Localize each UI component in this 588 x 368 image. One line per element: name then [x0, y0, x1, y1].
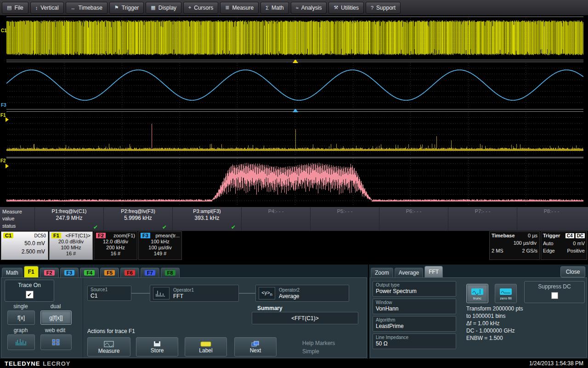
timebase-descriptor[interactable]: Timebase0 µs 100 µs/div 2 MS2 GS/s	[489, 231, 540, 260]
tab-f4[interactable]: F4	[80, 268, 99, 277]
f1-descriptor[interactable]: F1<FFT(C1)> 20.0 dB/div 100 MHz 16 #	[49, 231, 93, 260]
measure-action-button[interactable]: Measure	[87, 337, 130, 356]
tab-zoom[interactable]: Zoom	[371, 268, 393, 277]
menu-button-math[interactable]: ΣMath	[260, 2, 289, 14]
trigger-time-marker[interactable]	[293, 59, 298, 63]
label-action-button[interactable]: Label	[185, 337, 227, 356]
measure-value: 393.1 kHz	[173, 215, 241, 221]
measure-column-p8[interactable]: P8:- - -	[517, 207, 586, 231]
measure-title: P2:freq@lv(F3)	[104, 208, 172, 214]
c1-graticule	[6, 17, 583, 60]
line-impedance-box[interactable]: Line Impedance 50 Ω	[373, 334, 456, 349]
tab-label: F1	[28, 269, 34, 275]
operator2-box[interactable]: <y>n Operator2 Average	[255, 285, 349, 302]
algorithm-value: LeastPrime	[376, 323, 453, 329]
info-line: to 1000001 bins	[466, 312, 523, 320]
menu-button-trigger[interactable]: ⚑Trigger	[109, 2, 144, 14]
measure-column-p6[interactable]: P6:- - -	[379, 207, 448, 231]
graph-label: graph	[6, 327, 35, 334]
menu-button-vertical[interactable]: ↕Vertical	[30, 2, 64, 14]
measure-column-p7[interactable]: P7:- - -	[448, 207, 517, 231]
measure-column-p4[interactable]: P4:- - -	[241, 207, 310, 231]
trigger-icon: ⚑	[114, 5, 119, 11]
f2-descriptor[interactable]: F2zoom(F1) 12.0 dB/div 200 kHz 16 #	[94, 231, 137, 260]
window-box[interactable]: Window VonHann	[373, 299, 456, 314]
tab-f1[interactable]: F1	[24, 266, 39, 277]
trigger-descriptor[interactable]: TriggerC4DC Auto0 mV EdgePositive	[541, 231, 587, 260]
tab-label: F3	[64, 270, 75, 276]
trigger-coupling-badge: DC	[576, 233, 585, 238]
gfx-button[interactable]: g[f[x]]	[40, 310, 72, 325]
waveform-display: C1 F3 F1 F2	[0, 15, 588, 207]
brand-lecroy: LECROY	[43, 360, 70, 367]
f3-graticule	[6, 62, 583, 109]
line-impedance-value: 50 Ω	[376, 340, 453, 347]
f2-title: zoom(F1)	[113, 233, 135, 238]
menu-button-measure[interactable]: ≣Measure	[220, 2, 259, 14]
grid-icon	[51, 339, 61, 346]
store-action-button[interactable]: Store	[136, 337, 178, 356]
source1-box[interactable]: Source1 C1	[87, 286, 131, 301]
connector-line	[239, 293, 255, 293]
tab-f7[interactable]: F7	[141, 268, 159, 277]
menu-button-cursors[interactable]: ⌖Cursors	[183, 2, 218, 14]
store-disk-icon	[153, 341, 161, 347]
summary-box: <FFT(C1)>	[252, 312, 358, 324]
operator1-box[interactable]: Operator1 FFT	[150, 285, 239, 302]
menu-button-support[interactable]: ?Support	[366, 2, 401, 14]
f2-level-marker[interactable]	[6, 164, 9, 168]
menu-button-file[interactable]: ▤File	[2, 2, 28, 14]
operator2-value: Average	[279, 293, 300, 299]
suppress-dc-checkbox[interactable]	[551, 292, 558, 299]
trigger-slope: Positive	[567, 248, 585, 253]
truncate-icon	[471, 288, 484, 295]
label-tag-icon	[200, 341, 211, 347]
f3-tag: F3	[141, 233, 150, 238]
math-icon: Σ	[266, 5, 269, 11]
timebase-offset: 0 µs	[528, 233, 537, 238]
output-type-box[interactable]: Output type Power Spectrum	[373, 281, 456, 297]
tab-f3[interactable]: F3	[60, 268, 79, 277]
tab-f5[interactable]: F5	[100, 268, 119, 277]
algorithm-box[interactable]: Algorithm LeastPrime	[373, 316, 456, 332]
next-action-button[interactable]: Next	[234, 337, 277, 356]
measure-column-p2[interactable]: P2:freq@lv(F3) 5.9996 kHz ✔	[103, 207, 172, 231]
menu-button-display[interactable]: ▦Display	[146, 2, 181, 14]
fx-button[interactable]: f[x]	[7, 310, 35, 325]
tab-f6[interactable]: F6	[120, 268, 139, 277]
f1-level-marker[interactable]	[6, 117, 9, 122]
status-row-label: status	[2, 223, 16, 229]
tab-fft[interactable]: FFT	[424, 266, 443, 277]
menu-label: Math	[271, 5, 284, 11]
graph-button[interactable]	[7, 334, 35, 350]
measure-value: 247.9 MHz	[35, 215, 103, 221]
tab-f2[interactable]: F2	[40, 268, 59, 277]
c1-descriptor[interactable]: C1DC50 50.0 mV 2.500 mV	[1, 231, 48, 260]
menu-button-utilities[interactable]: ⚒Utilities	[328, 2, 364, 14]
measure-column-p5[interactable]: P5:- - -	[310, 207, 379, 231]
tab-label: F6	[124, 270, 135, 276]
measure-column-p1[interactable]: P1:freq@lv(C1) 247.9 MHz ✔	[34, 207, 103, 231]
web-edit-button[interactable]	[40, 334, 72, 350]
zero-fill-icon	[499, 288, 512, 295]
tab-math[interactable]: Math	[2, 268, 23, 277]
check-icon: ✔	[162, 224, 167, 230]
menu-button-timebase[interactable]: ↔Timebase	[66, 2, 107, 14]
trunc-button[interactable]: trunc	[466, 284, 488, 303]
measure-column-p3[interactable]: P3:ampl(F3) 393.1 kHz ✔	[172, 207, 241, 231]
f3-position-marker[interactable]	[293, 109, 298, 112]
help-markers-value: Simple	[302, 347, 335, 356]
c1-coupling: DC50	[34, 233, 46, 238]
trace-on-checkbox[interactable]: ✔	[26, 291, 34, 299]
tab-average[interactable]: Average	[395, 268, 423, 277]
menu-button-analysis[interactable]: ≈Analysis	[291, 2, 327, 14]
f3-scale: 100 kHz	[139, 239, 181, 244]
tab-label: F4	[84, 270, 95, 276]
transform-info: Transform 2000000 pts to 1000001 bins Δf…	[466, 305, 523, 342]
f3-descriptor[interactable]: F3pmean(tr... 100 kHz 100 µs/div 149 #	[138, 231, 182, 260]
tab-f8[interactable]: F8	[161, 268, 180, 277]
measure-screen-icon	[104, 341, 114, 347]
zero-fill-button[interactable]: zero fill	[495, 284, 517, 303]
math-dialog: Math F1 F2 F3 F4 F5 F6 F7 F8 Trace On ✔ …	[0, 264, 368, 359]
close-button[interactable]: Close	[560, 266, 585, 277]
